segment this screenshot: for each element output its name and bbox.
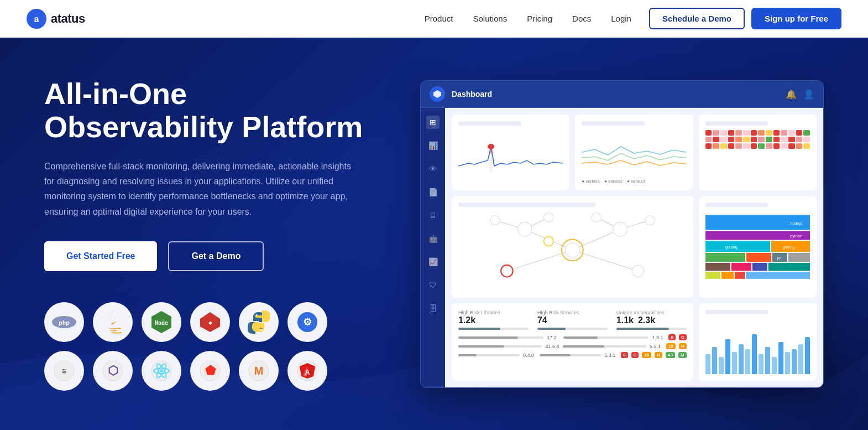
sidebar-robot-icon[interactable]: 🤖 bbox=[426, 232, 440, 245]
sidebar-home-icon[interactable]: ⊞ bbox=[426, 116, 440, 129]
treemap-card: nodejs python golang golang bbox=[699, 196, 817, 298]
sidebar-shield-icon[interactable]: 🛡 bbox=[426, 278, 440, 292]
heatmap-card bbox=[699, 115, 817, 190]
svg-point-38 bbox=[565, 243, 579, 257]
service-map-chart bbox=[458, 211, 687, 289]
svg-rect-68 bbox=[735, 272, 745, 279]
dashboard-topbar-icons: 🔔 👤 bbox=[786, 89, 814, 100]
logo[interactable]: a atatus bbox=[27, 9, 85, 29]
sidebar-chart-icon[interactable]: 📊 bbox=[426, 139, 440, 152]
svg-text:⬥: ⬥ bbox=[208, 318, 212, 327]
svg-rect-63 bbox=[731, 263, 751, 271]
hero-section: All-in-One Observability Platform Compre… bbox=[0, 38, 868, 430]
svg-text:⬟: ⬟ bbox=[205, 364, 216, 377]
svg-text:⚙: ⚙ bbox=[303, 317, 312, 328]
hero-title: All-in-One Observability Platform bbox=[44, 77, 376, 143]
svg-point-45 bbox=[592, 213, 601, 222]
hero-left: All-in-One Observability Platform Compre… bbox=[44, 77, 376, 391]
elixir-icon: ⬡ bbox=[93, 351, 133, 391]
dashboard-logo bbox=[430, 86, 445, 102]
svg-text:a: a bbox=[34, 14, 39, 24]
svg-rect-67 bbox=[721, 272, 734, 279]
svg-rect-66 bbox=[705, 272, 720, 279]
get-demo-button[interactable]: Get a Demo bbox=[168, 241, 264, 271]
nav-docs[interactable]: Docs bbox=[572, 14, 591, 23]
svg-text:golang: golang bbox=[782, 245, 794, 250]
sidebar-db-icon[interactable]: 🗄 bbox=[426, 302, 440, 315]
svg-point-17 bbox=[160, 369, 163, 372]
svg-rect-69 bbox=[746, 272, 810, 279]
spike-chart bbox=[458, 130, 563, 174]
dashboard-topbar: Dashboard 🔔 👤 bbox=[421, 81, 823, 108]
service-map-card bbox=[452, 196, 693, 298]
ruby-icon: ⬥ bbox=[190, 302, 230, 342]
schedule-demo-button[interactable]: Schedule a Demo bbox=[649, 8, 745, 29]
svg-point-40 bbox=[613, 222, 628, 236]
sidebar-server-icon[interactable]: 🖥 bbox=[426, 209, 440, 222]
svg-point-39 bbox=[517, 222, 532, 236]
laravel-icon: ⬟ bbox=[190, 351, 230, 391]
svg-point-46 bbox=[645, 216, 655, 225]
bell-icon: 🔔 bbox=[786, 89, 797, 100]
tech-icons: php Node bbox=[44, 302, 376, 391]
dashboard-sidebar: ⊞ 📊 👁 📄 🖥 🤖 📈 🛡 🗄 bbox=[421, 108, 445, 387]
nodejs-icon: Node bbox=[142, 302, 181, 342]
atatus-logo-icon: a bbox=[27, 9, 46, 29]
heatmap-grid bbox=[705, 130, 810, 149]
php-icon: php bbox=[44, 302, 84, 342]
angular-icon: A bbox=[287, 351, 327, 391]
dashboard-title: Dashboard bbox=[452, 90, 786, 99]
high-risk-services-stat: High Risk Services 74 bbox=[537, 310, 608, 330]
svg-text:py: py bbox=[777, 256, 781, 260]
svg-text:M: M bbox=[254, 365, 264, 377]
nav-pricing[interactable]: Pricing bbox=[527, 14, 552, 23]
vuln-header: High Risk Libraries 1.2k High Risk Servi… bbox=[458, 310, 687, 330]
svg-line-30 bbox=[572, 229, 620, 250]
svg-point-42 bbox=[632, 265, 644, 277]
svg-text:golang: golang bbox=[725, 245, 738, 250]
svg-rect-57 bbox=[705, 253, 745, 262]
nav-product[interactable]: Product bbox=[425, 14, 453, 23]
nav-login[interactable]: Login bbox=[611, 14, 631, 23]
react-icon bbox=[142, 351, 181, 391]
unique-vulnerabilities-stat: Unique Vulnerabilities 1.1k 2.3k bbox=[616, 310, 687, 330]
vulnerability-card: High Risk Libraries 1.2k High Risk Servi… bbox=[452, 303, 693, 381]
svg-rect-61 bbox=[788, 253, 810, 262]
line-chart bbox=[582, 130, 686, 174]
tech-row-1: php Node bbox=[44, 302, 376, 342]
sidebar-doc-icon[interactable]: 📄 bbox=[426, 185, 440, 199]
sidebar-eye-icon[interactable]: 👁 bbox=[426, 162, 440, 175]
signup-button[interactable]: Sign up for Free bbox=[751, 8, 841, 29]
java-icon bbox=[93, 302, 133, 342]
dashboard-body: ⊞ 📊 👁 📄 🖥 🤖 📈 🛡 🗄 bbox=[421, 108, 823, 387]
magento-icon: M bbox=[239, 351, 279, 391]
svg-point-44 bbox=[544, 213, 553, 222]
dashboard-content: ● series1 ● series2 ● series3 bbox=[445, 108, 823, 387]
high-risk-libraries-stat: High Risk Libraries 1.2k bbox=[458, 310, 529, 330]
vuln-row-2: 41.6.4 5.3.1 18 H bbox=[458, 343, 687, 349]
tech-row-2: ≋ ⬡ bbox=[44, 351, 376, 391]
svg-text:python: python bbox=[790, 234, 802, 239]
svg-rect-62 bbox=[705, 263, 730, 271]
vuln-row-1: 17.2 1.3.1 6 C bbox=[458, 334, 687, 340]
svg-rect-53 bbox=[705, 241, 770, 252]
python-icon bbox=[239, 302, 279, 342]
svg-text:nodejs: nodejs bbox=[790, 221, 802, 226]
treemap-chart: nodejs python golang golang bbox=[705, 211, 810, 283]
curl-icon: ≋ bbox=[44, 351, 84, 391]
svg-rect-58 bbox=[746, 253, 771, 262]
get-started-button[interactable]: Get Started Free bbox=[44, 241, 157, 271]
hero-right: Dashboard 🔔 👤 ⊞ 📊 👁 📄 🖥 🤖 📈 🛡 bbox=[376, 80, 824, 388]
svg-text:php: php bbox=[59, 319, 70, 327]
user-icon: 👤 bbox=[803, 89, 814, 100]
nav-links: Product Solutions Pricing Docs Login bbox=[425, 14, 631, 23]
svg-point-48 bbox=[544, 236, 553, 246]
vuln-row-3: 0.4.0 5.3.1 6 C 18 H 43 M bbox=[458, 352, 687, 358]
kubernetes-icon: ⚙ bbox=[287, 302, 327, 342]
sidebar-trend-icon[interactable]: 📈 bbox=[426, 255, 440, 268]
bar-chart-card bbox=[699, 303, 817, 381]
svg-point-43 bbox=[490, 216, 500, 225]
nav-solutions[interactable]: Solutions bbox=[473, 14, 507, 23]
line-chart-card: ● series1 ● series2 ● series3 bbox=[575, 115, 693, 190]
svg-text:Node: Node bbox=[155, 320, 168, 326]
